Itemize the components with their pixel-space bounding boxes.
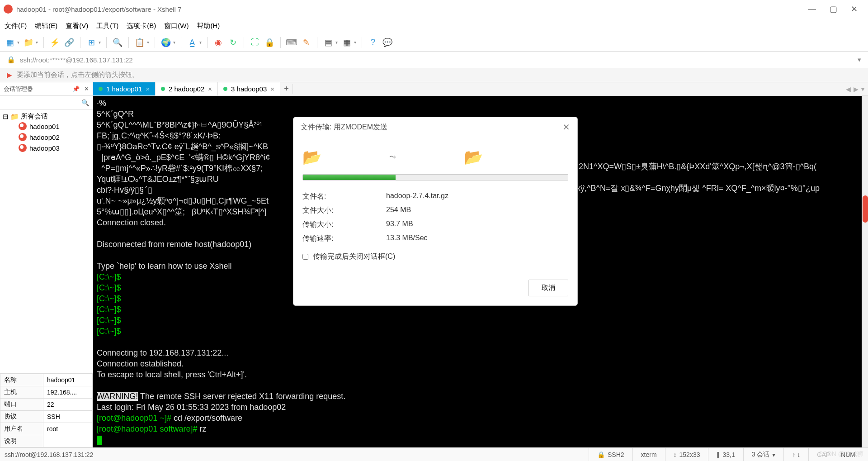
lock-icon[interactable]: 🔒 bbox=[264, 37, 275, 48]
transfer-arrow-icon: ⤳ bbox=[389, 152, 396, 162]
edit-icon[interactable]: ✎ bbox=[301, 37, 311, 48]
help-icon[interactable]: ? bbox=[368, 37, 378, 48]
connect-icon[interactable]: ⚡ bbox=[49, 37, 60, 48]
progress-bar bbox=[302, 174, 568, 181]
new-tab-icon[interactable]: ⊞ bbox=[86, 37, 97, 48]
status-ssh: SSH2 bbox=[608, 451, 624, 458]
session-item[interactable]: hadoop01 bbox=[3, 121, 90, 132]
terminal-scrollbar[interactable] bbox=[862, 96, 868, 447]
session-manager-panel: 会话管理器 📌 ✕ 🔍 ⊟ 📁 所有会话 hadoop01hadoop02had… bbox=[0, 82, 93, 447]
address-input[interactable] bbox=[20, 56, 853, 64]
property-row: 用户名root bbox=[0, 423, 93, 435]
maximize-button[interactable]: ▢ bbox=[830, 4, 837, 14]
session-icon bbox=[19, 144, 27, 152]
close-window-button[interactable]: ✕ bbox=[851, 4, 858, 14]
tab-label: 1 hadoop01 bbox=[106, 85, 142, 93]
scrollbar-thumb[interactable] bbox=[863, 195, 868, 223]
property-key: 说明 bbox=[0, 435, 43, 447]
cancel-button[interactable]: 取消 bbox=[528, 280, 568, 296]
status-cap: CAP bbox=[808, 448, 838, 461]
tab-next-icon[interactable]: ▶ bbox=[854, 86, 859, 93]
session-tab[interactable]: 2 hadoop02× bbox=[156, 82, 218, 95]
globe-icon[interactable]: 🌍 bbox=[160, 37, 171, 48]
minimize-button[interactable]: — bbox=[808, 4, 816, 14]
open-folder-icon[interactable]: 📁 bbox=[23, 37, 34, 48]
menu-edit[interactable]: 编辑(E) bbox=[35, 22, 57, 30]
status-dot-icon bbox=[161, 87, 165, 91]
new-session-icon[interactable]: ▦ bbox=[5, 37, 15, 48]
refresh-icon[interactable]: ↻ bbox=[227, 37, 238, 48]
menu-view[interactable]: 查看(V) bbox=[66, 22, 88, 30]
property-key: 协议 bbox=[0, 411, 43, 423]
property-value bbox=[43, 435, 93, 447]
chat-icon[interactable]: 💬 bbox=[382, 37, 393, 48]
dialog-close-button[interactable]: ✕ bbox=[562, 122, 570, 133]
session-name: hadoop02 bbox=[29, 133, 60, 141]
lock-status-icon: 🔒 bbox=[7, 56, 15, 64]
file-transfer-dialog: 文件传输: 用ZMODEM发送 ✕ 📂 ⤳ 📂 文件名:hadoop-2.7.4… bbox=[293, 117, 578, 306]
filename-value: hadoop-2.7.4.tar.gz bbox=[386, 192, 448, 201]
menu-bar: 文件(F) 编辑(E) 查看(V) 工具(T) 选项卡(B) 窗口(W) 帮助(… bbox=[0, 18, 868, 33]
tab-list-icon[interactable]: ▾ bbox=[861, 86, 864, 93]
session-icon bbox=[19, 122, 27, 130]
property-key: 主机 bbox=[0, 386, 43, 399]
close-after-checkbox[interactable] bbox=[302, 254, 308, 260]
add-tab-button[interactable]: + bbox=[280, 84, 293, 94]
menu-file[interactable]: 文件(F) bbox=[5, 22, 27, 30]
filesize-value: 254 MB bbox=[386, 206, 411, 215]
close-tab-icon[interactable]: × bbox=[270, 85, 274, 93]
folder-icon: 📁 bbox=[10, 113, 19, 121]
session-item[interactable]: hadoop03 bbox=[3, 143, 90, 153]
status-dot-icon bbox=[99, 87, 103, 91]
search-icon[interactable]: 🔍 bbox=[112, 37, 123, 48]
close-panel-icon[interactable]: ✕ bbox=[84, 86, 89, 92]
menu-tabs[interactable]: 选项卡(B) bbox=[127, 22, 156, 30]
menu-window[interactable]: 窗口(W) bbox=[164, 22, 189, 30]
window-title: hadoop01 - root@hadoop01:/export/softwar… bbox=[16, 5, 181, 13]
root-label: 所有会话 bbox=[21, 112, 48, 121]
menu-tools[interactable]: 工具(T) bbox=[96, 22, 118, 30]
search-icon[interactable]: 🔍 bbox=[81, 99, 89, 106]
transferred-value: 93.7 MB bbox=[386, 220, 413, 229]
close-tab-icon[interactable]: × bbox=[146, 85, 150, 93]
status-term: xterm bbox=[632, 448, 665, 461]
collapse-icon[interactable]: ⊟ bbox=[3, 113, 9, 121]
keyboard-icon[interactable]: ⌨ bbox=[286, 37, 297, 48]
status-size: 152x33 bbox=[679, 451, 700, 458]
pin-icon[interactable]: 📌 bbox=[72, 86, 80, 92]
property-row: 说明 bbox=[0, 435, 93, 447]
copy-icon[interactable]: 📋 bbox=[134, 37, 145, 48]
tab-prev-icon[interactable]: ◀ bbox=[846, 86, 851, 93]
session-properties: 名称hadoop01主机192.168....端口22协议SSH用户名root说… bbox=[0, 373, 93, 447]
status-connection: ssh://root@192.168.137.131:22 bbox=[5, 451, 93, 458]
fullscreen-icon[interactable]: ⛶ bbox=[250, 37, 260, 48]
record-icon[interactable]: ◉ bbox=[213, 37, 224, 48]
transferred-label: 传输大小: bbox=[302, 220, 386, 229]
session-tab[interactable]: 3 hadoop03× bbox=[218, 82, 280, 95]
session-item[interactable]: hadoop02 bbox=[3, 132, 90, 143]
address-dropdown-icon[interactable]: ▾ bbox=[858, 56, 861, 64]
session-search-input[interactable] bbox=[4, 99, 81, 106]
source-folder-icon: 📂 bbox=[302, 148, 321, 166]
close-tab-icon[interactable]: × bbox=[208, 85, 212, 93]
app-icon bbox=[4, 5, 13, 14]
grid-icon[interactable]: ▦ bbox=[341, 37, 352, 48]
property-value: SSH bbox=[43, 411, 93, 423]
status-bar: ssh://root@192.168.137.131:22 🔒SSH2 xter… bbox=[0, 447, 868, 461]
session-tab[interactable]: 1 hadoop01× bbox=[93, 82, 156, 95]
property-value: hadoop01 bbox=[43, 374, 93, 386]
session-name: hadoop03 bbox=[29, 144, 60, 152]
property-value: root bbox=[43, 423, 93, 435]
filename-label: 文件名: bbox=[302, 192, 386, 201]
tree-root[interactable]: ⊟ 📁 所有会话 bbox=[3, 112, 90, 121]
flag-icon: ▶ bbox=[7, 71, 12, 79]
speed-label: 传输速率: bbox=[302, 234, 386, 243]
font-icon[interactable]: A̲ bbox=[187, 37, 198, 48]
session-tree: ⊟ 📁 所有会话 hadoop01hadoop02hadoop03 bbox=[0, 109, 93, 373]
sidebar-title: 会话管理器 bbox=[4, 85, 33, 93]
status-arrows: ↑ ↓ bbox=[783, 448, 808, 461]
menu-help[interactable]: 帮助(H) bbox=[197, 22, 220, 30]
link-icon[interactable]: 🔗 bbox=[64, 37, 75, 48]
sessions-dropdown-icon[interactable]: ▾ bbox=[772, 451, 775, 458]
layout-icon[interactable]: ▤ bbox=[323, 37, 334, 48]
